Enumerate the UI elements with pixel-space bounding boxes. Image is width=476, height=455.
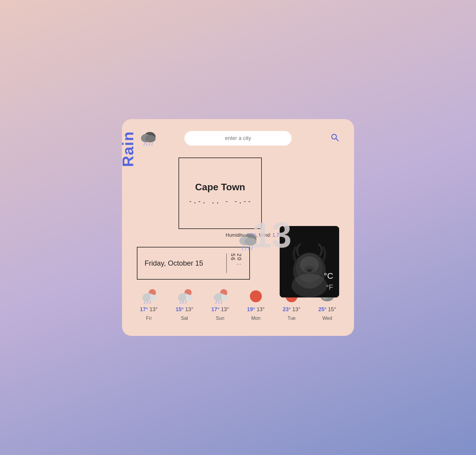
morse-code: -.-. .. - -.-- xyxy=(188,197,252,205)
svg-point-34 xyxy=(178,294,186,301)
weather-card: Rain Cape Town -.-. .. - -.-- Humidity: … xyxy=(122,119,354,336)
svg-point-2 xyxy=(145,135,156,143)
forecast-temps-sun: 17° 13° xyxy=(211,306,229,313)
forecast-low-sat: 13° xyxy=(185,306,193,312)
svg-line-14 xyxy=(245,247,246,250)
svg-point-27 xyxy=(142,294,151,301)
city-box: Cape Town -.-. .. - -.-- xyxy=(178,158,262,229)
forecast-high-mon: 19° xyxy=(247,306,255,312)
svg-point-23 xyxy=(292,274,327,297)
forecast-temps-sat: 15° 13° xyxy=(176,306,193,313)
svg-line-44 xyxy=(221,301,222,304)
forecast-day-tue: Tue xyxy=(288,316,296,321)
temperature-section: 13 xyxy=(252,217,339,297)
svg-line-6 xyxy=(149,143,150,146)
svg-line-7 xyxy=(152,143,153,146)
date-text: Friday, October 15 xyxy=(145,259,203,267)
unit-fahrenheit[interactable]: °F xyxy=(326,283,333,292)
forecast-item-sun: 17° 13° Sun xyxy=(211,289,229,321)
forecast-day-sat: Sat xyxy=(181,316,188,321)
header xyxy=(137,131,339,146)
forecast-day-fri: Fri xyxy=(146,316,152,321)
forecast-temps-fri: 17° 13° xyxy=(140,306,157,313)
svg-point-41 xyxy=(214,294,222,301)
svg-line-9 xyxy=(336,138,338,141)
svg-rect-3 xyxy=(144,141,145,142)
forecast-high-fri: 17° xyxy=(140,306,148,312)
forecast-icon-sat xyxy=(176,289,193,303)
unit-celsius[interactable]: °C xyxy=(324,271,333,281)
forecast-high-wed: 25° xyxy=(318,306,326,312)
svg-line-15 xyxy=(248,247,249,250)
date-box: Friday, October 15 20 : 56 xyxy=(137,247,250,280)
svg-line-36 xyxy=(183,301,184,304)
forecast-low-mon: 13° xyxy=(257,306,265,312)
forecast-low-wed: 15° xyxy=(328,306,336,312)
svg-line-4 xyxy=(144,143,145,146)
forecast-item-sat: 15° 13° Sat xyxy=(176,289,193,321)
forecast-low-tue: 13° xyxy=(292,306,300,312)
forecast-day-mon: Mon xyxy=(251,316,260,321)
forecast-high-sun: 17° xyxy=(211,306,219,312)
forecast-item-fri: 17° 13° Fri xyxy=(140,289,158,321)
weather-icon-header xyxy=(137,128,158,149)
svg-line-30 xyxy=(150,301,151,304)
svg-line-43 xyxy=(218,301,219,304)
search-button[interactable] xyxy=(330,133,339,144)
forecast-low-sun: 13° xyxy=(221,306,229,312)
svg-line-13 xyxy=(242,247,243,250)
forecast-temps-wed: 25° 15° xyxy=(318,306,336,313)
weather-condition-label: Rain xyxy=(119,131,137,167)
svg-line-5 xyxy=(146,143,147,146)
forecast-high-tue: 23° xyxy=(283,306,291,312)
temperature-number: 13 xyxy=(252,217,292,253)
forecast-icon-sun xyxy=(211,289,229,303)
forecast-high-sat: 15° xyxy=(176,306,184,312)
forecast-temps-mon: 19° 13° xyxy=(247,306,264,313)
svg-line-37 xyxy=(185,301,186,304)
forecast-icon-fri xyxy=(140,289,158,303)
svg-line-28 xyxy=(144,301,145,304)
city-name: Cape Town xyxy=(195,182,245,193)
time-display: 20 : 56 xyxy=(226,253,242,273)
svg-line-29 xyxy=(147,301,148,304)
forecast-temps-tue: 23° 13° xyxy=(283,306,300,313)
svg-line-42 xyxy=(216,301,217,304)
middle-section: Friday, October 15 20 : 56 13 xyxy=(137,247,339,280)
svg-line-35 xyxy=(180,301,181,304)
forecast-day-wed: Wed xyxy=(322,316,332,321)
search-input[interactable] xyxy=(184,131,292,146)
forecast-day-sun: Sun xyxy=(216,316,224,321)
forecast-low-fri: 13° xyxy=(150,306,158,312)
